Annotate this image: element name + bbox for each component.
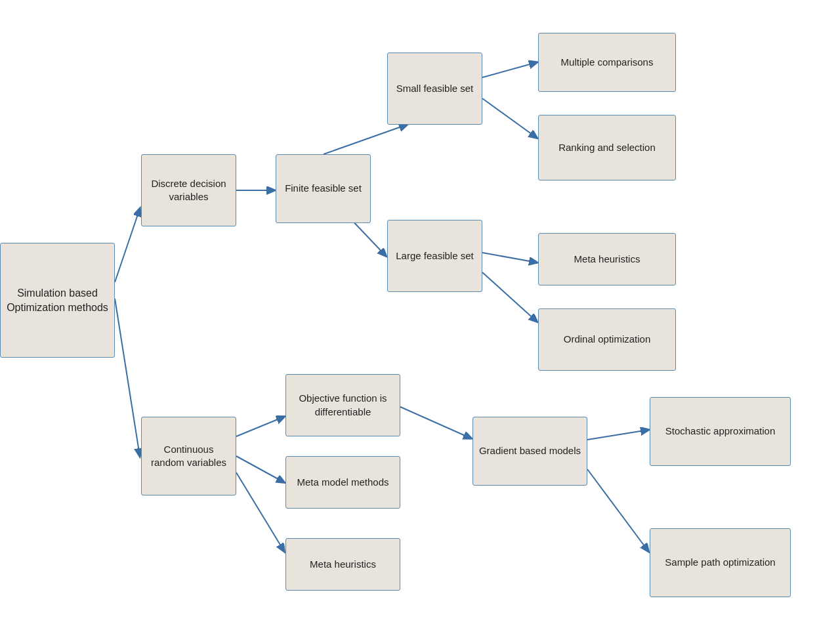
gradient-node: Gradient based models [472, 417, 587, 486]
ranking-node: Ranking and selection [538, 115, 676, 180]
finite-node: Finite feasible set [276, 154, 371, 223]
svg-line-13 [400, 407, 471, 438]
svg-line-14 [587, 430, 648, 440]
diagram: Simulation based Optimization methods Di… [0, 0, 840, 630]
ordinal-node: Ordinal optimization [538, 308, 676, 371]
discrete-node: Discrete decision variables [141, 154, 236, 226]
svg-line-7 [482, 98, 537, 138]
svg-line-11 [236, 456, 284, 482]
meta1-node: Meta heuristics [538, 233, 676, 285]
svg-line-12 [236, 472, 284, 551]
simulation-node: Simulation based Optimization methods [0, 243, 115, 358]
svg-line-8 [482, 253, 537, 262]
svg-line-4 [324, 125, 407, 154]
small-node: Small feasible set [387, 52, 482, 125]
metamodel-node: Meta model methods [285, 456, 400, 509]
svg-line-2 [115, 299, 140, 456]
large-node: Large feasible set [387, 220, 482, 292]
svg-line-10 [236, 417, 284, 436]
svg-line-9 [482, 272, 537, 322]
svg-line-15 [587, 469, 648, 551]
continuous-node: Continuous random variables [141, 417, 236, 495]
stochastic-node: Stochastic approximation [650, 397, 791, 466]
multiple-node: Multiple comparisons [538, 33, 676, 92]
svg-line-6 [482, 62, 537, 77]
svg-line-1 [115, 209, 140, 282]
meta2-node: Meta heuristics [285, 538, 400, 591]
objective-node: Objective function is differentiable [285, 374, 400, 436]
samplepath-node: Sample path optimization [650, 528, 791, 597]
